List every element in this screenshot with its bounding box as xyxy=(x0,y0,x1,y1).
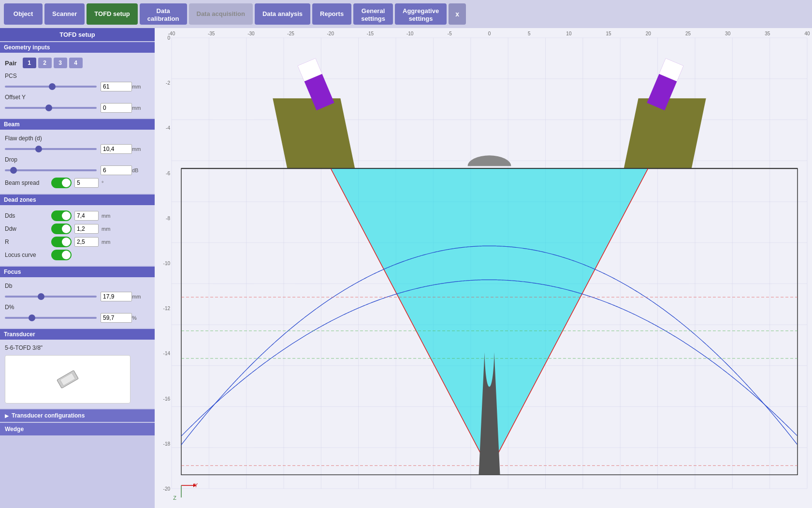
pair-btn-4[interactable]: 4 xyxy=(69,58,83,68)
offset-y-unit: mm xyxy=(132,105,141,111)
dead-zones-header: Dead zones xyxy=(0,194,155,205)
geometry-inputs-content: Pair 1 2 3 4 PCS mm Offset Y xyxy=(0,53,155,118)
ddw-unit: mm xyxy=(102,226,110,232)
nav-data-calibration-button[interactable]: Data calibration xyxy=(140,3,187,25)
transducer-configurations-arrow: ▶ xyxy=(5,413,9,418)
dpct-slider[interactable] xyxy=(5,317,97,319)
pcs-row: PCS xyxy=(5,73,150,79)
panel-title: TOFD setup xyxy=(0,28,155,41)
dpct-input[interactable] xyxy=(101,313,132,323)
dds-row: Dds mm xyxy=(5,210,150,221)
nav-scanner-button[interactable]: Scanner xyxy=(44,3,85,25)
r-toggle[interactable] xyxy=(51,237,72,247)
nav-general-settings-button[interactable]: General settings xyxy=(353,3,393,25)
drop-unit: dB xyxy=(132,167,138,173)
pcs-slider[interactable] xyxy=(5,86,97,88)
dpct-label: D% xyxy=(5,304,48,311)
top-navigation: Object Scanner TOFD setup Data calibrati… xyxy=(0,0,812,28)
offset-y-row: Offset Y xyxy=(5,94,150,101)
r-unit: mm xyxy=(102,239,110,245)
ddw-input[interactable] xyxy=(74,224,99,234)
flaw-depth-row: Flaw depth (d) xyxy=(5,135,150,142)
flaw-depth-slider[interactable] xyxy=(5,148,97,150)
r-input[interactable] xyxy=(74,237,99,247)
r-label: R xyxy=(5,239,48,245)
beam-spread-toggle[interactable] xyxy=(51,178,72,188)
nav-aggregative-settings-button[interactable]: Aggregative settings xyxy=(395,3,447,25)
flaw-depth-label: Flaw depth (d) xyxy=(5,135,48,142)
locus-curve-toggle[interactable] xyxy=(51,250,72,260)
drop-slider[interactable] xyxy=(5,169,97,171)
beam-spread-row: Beam spread ° xyxy=(5,178,150,188)
dds-unit: mm xyxy=(102,213,110,219)
transducer-header: Transducer xyxy=(0,329,155,340)
flaw-depth-unit: mm xyxy=(132,146,141,152)
pair-btn-3[interactable]: 3 xyxy=(54,58,67,68)
pcs-label: PCS xyxy=(5,73,48,79)
transducer-content: 5-6-TOFD 3/8" xyxy=(0,340,155,408)
ddw-toggle[interactable] xyxy=(51,224,72,234)
offset-y-slider-container: mm xyxy=(5,103,150,113)
focus-header: Focus xyxy=(0,267,155,277)
nav-close-button[interactable]: x xyxy=(449,3,466,25)
nav-data-analysis-button[interactable]: Data analysis xyxy=(255,3,310,25)
offset-y-input[interactable] xyxy=(101,103,132,113)
db-label: Db xyxy=(5,283,48,289)
pair-btn-1[interactable]: 1 xyxy=(23,58,36,68)
nav-reports-button[interactable]: Reports xyxy=(312,3,351,25)
beam-content: Flaw depth (d) mm Drop dB xyxy=(0,130,155,194)
wedge-label: Wedge xyxy=(5,426,24,433)
nav-data-acquisition-button: Data acquisition xyxy=(189,3,253,25)
left-panel: TOFD setup Geometry inputs Pair 1 2 3 4 … xyxy=(0,28,155,508)
drop-input[interactable] xyxy=(101,165,132,175)
drop-row: Drop xyxy=(5,156,150,163)
dds-label: Dds xyxy=(5,212,48,219)
pcs-input[interactable] xyxy=(101,82,132,91)
pcs-slider-container: mm xyxy=(5,82,150,91)
flaw-depth-input[interactable] xyxy=(101,144,132,154)
pair-selector: Pair 1 2 3 4 xyxy=(5,56,150,70)
dds-toggle[interactable] xyxy=(51,210,72,221)
drop-label: Drop xyxy=(5,156,48,163)
geometry-inputs-header: Geometry inputs xyxy=(0,42,155,53)
pair-label: Pair xyxy=(5,60,17,67)
transducer-configurations-label: Transducer configurations xyxy=(12,412,85,419)
ddw-row: Ddw mm xyxy=(5,224,150,234)
visualization-area xyxy=(155,28,812,508)
transducer-configurations-collapsible[interactable]: ▶ Transducer configurations xyxy=(0,409,155,422)
dead-zones-content: Dds mm Ddw mm R mm Locus curve xyxy=(0,205,155,266)
pair-btn-2[interactable]: 2 xyxy=(38,58,52,68)
pcs-unit: mm xyxy=(132,84,141,90)
beam-spread-label: Beam spread xyxy=(5,179,48,186)
db-label-row: Db xyxy=(5,283,150,289)
flaw-depth-slider-container: mm xyxy=(5,144,150,154)
db-unit: mm xyxy=(132,294,141,299)
dds-input[interactable] xyxy=(74,211,99,221)
dpct-unit: % xyxy=(132,315,137,321)
nav-object-button[interactable]: Object xyxy=(4,3,43,25)
dpct-label-row: D% xyxy=(5,304,150,311)
nav-tofd-setup-button[interactable]: TOFD setup xyxy=(87,3,137,25)
db-slider-container: mm xyxy=(5,292,150,301)
drop-slider-container: dB xyxy=(5,165,150,175)
focus-content: Db mm D% % xyxy=(0,277,155,328)
beam-spread-input[interactable] xyxy=(74,178,99,188)
main-layout: TOFD setup Geometry inputs Pair 1 2 3 4 … xyxy=(0,28,812,508)
main-canvas xyxy=(155,28,812,508)
r-row: R mm xyxy=(5,237,150,247)
db-input[interactable] xyxy=(101,292,132,301)
db-slider[interactable] xyxy=(5,296,97,298)
offset-y-slider[interactable] xyxy=(5,107,97,109)
beam-header: Beam xyxy=(0,119,155,130)
beam-spread-unit: ° xyxy=(102,180,103,186)
locus-curve-row: Locus curve xyxy=(5,250,150,260)
wedge-collapsible[interactable]: Wedge xyxy=(0,423,155,435)
transducer-image xyxy=(5,355,130,403)
dpct-slider-container: % xyxy=(5,313,150,323)
ddw-label: Ddw xyxy=(5,225,48,232)
locus-curve-label: Locus curve xyxy=(5,252,48,258)
offset-y-label: Offset Y xyxy=(5,94,48,101)
transducer-name: 5-6-TOFD 3/8" xyxy=(5,343,150,353)
